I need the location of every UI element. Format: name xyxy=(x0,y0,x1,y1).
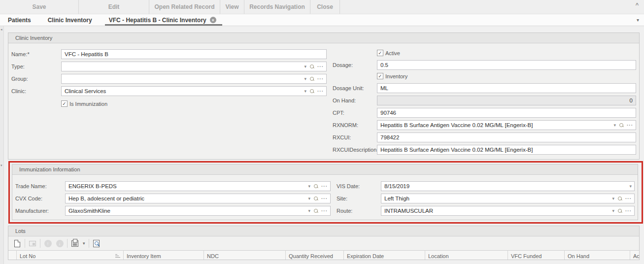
ellipsis-icon[interactable]: ··· xyxy=(321,196,328,201)
record-detail-panel: Clinic Inventory Name:* Type: ▾ xyxy=(4,26,644,264)
tab-overflow-icon[interactable]: ▾ xyxy=(637,17,639,23)
cpt-input[interactable] xyxy=(377,108,636,118)
trade-name-label: Trade Name: xyxy=(15,181,65,191)
route-combo-input[interactable] xyxy=(381,206,635,216)
dropdown-icon[interactable]: ▾ xyxy=(308,209,310,213)
name-input[interactable] xyxy=(61,49,327,59)
cvx-code-label: CVX Code: xyxy=(15,194,65,203)
ellipsis-icon[interactable]: ··· xyxy=(317,76,324,82)
tab-patients[interactable]: Patients xyxy=(7,14,32,26)
export-dropdown-icon[interactable]: ▾ xyxy=(81,241,87,246)
move-down-button: ↓ xyxy=(54,238,66,249)
lookup-icon[interactable] xyxy=(314,184,318,188)
tab-label: Clinic Inventory xyxy=(48,17,92,24)
lookup-icon[interactable] xyxy=(618,209,622,213)
ellipsis-icon[interactable]: ··· xyxy=(625,208,632,214)
clinic-combo-input[interactable] xyxy=(61,86,327,96)
toolbar-separator xyxy=(67,239,68,248)
view-button[interactable]: View xyxy=(220,0,244,14)
close-button[interactable]: Close xyxy=(310,0,340,14)
open-lot-button xyxy=(27,238,38,249)
type-label: Type: xyxy=(11,62,61,71)
dropdown-icon[interactable]: ▾ xyxy=(308,184,310,189)
dropdown-icon[interactable]: ▾ xyxy=(612,209,614,213)
dosage-label: Dosage: xyxy=(333,60,377,70)
column-header-inventory-item[interactable]: Inventory Item xyxy=(124,251,204,260)
column-header-active[interactable]: Ac... xyxy=(630,251,639,260)
dosage-unit-label: Dosage Unit: xyxy=(333,83,377,93)
dropdown-icon[interactable]: ▾ xyxy=(304,65,306,69)
ellipsis-icon[interactable]: ··· xyxy=(317,64,324,69)
open-record-icon xyxy=(29,241,36,246)
ellipsis-icon[interactable]: ··· xyxy=(627,123,633,128)
vis-date-input[interactable] xyxy=(381,181,635,191)
manufacturer-combo-input[interactable] xyxy=(65,206,331,216)
type-combo-input[interactable] xyxy=(61,62,327,71)
close-tab-icon[interactable]: x xyxy=(210,17,216,23)
rxcuidescription-input[interactable] xyxy=(377,145,636,155)
is-immunization-checkbox[interactable]: ✓ xyxy=(61,100,68,107)
manufacturer-label: Manufacturer: xyxy=(15,206,65,216)
lookup-icon[interactable] xyxy=(310,77,314,81)
on-hand-label: On Hand: xyxy=(333,96,377,105)
dropdown-icon[interactable]: ▾ xyxy=(308,197,310,201)
dropdown-icon[interactable]: ▾ xyxy=(304,77,306,81)
tab-vfc-hepatitis-b-clinic-inventory[interactable]: VFC - Hepatitis B - Clinic Inventory x xyxy=(108,14,217,26)
new-document-icon xyxy=(14,240,20,247)
lookup-icon[interactable] xyxy=(619,123,623,127)
preview-button[interactable] xyxy=(91,238,102,249)
column-header-on-hand[interactable]: On Hand xyxy=(565,251,630,260)
dropdown-icon[interactable]: ▾ xyxy=(613,123,616,128)
lookup-icon[interactable] xyxy=(618,197,622,200)
rxnorm-combo-input[interactable] xyxy=(377,120,636,130)
lookup-icon[interactable] xyxy=(310,89,314,93)
splitter-collapse-icon[interactable]: ◂ xyxy=(0,28,3,32)
column-label: Lot No xyxy=(20,253,35,259)
group-combo-input[interactable] xyxy=(61,74,327,84)
splitter-handle-icon[interactable]: ▾ xyxy=(0,164,3,167)
rxnorm-label: RXNORM: xyxy=(333,120,377,130)
rxcui-input[interactable] xyxy=(377,132,636,142)
collapse-ribbon-icon[interactable]: ^ xyxy=(630,0,644,14)
lookup-icon[interactable] xyxy=(314,209,318,213)
open-related-record-button[interactable]: Open Related Record xyxy=(149,0,220,14)
column-header-lot-no[interactable]: Lot No xyxy=(17,251,124,260)
dosage-unit-input[interactable] xyxy=(377,83,636,93)
inventory-checkbox[interactable]: ✓ xyxy=(377,73,383,79)
preview-search-icon xyxy=(93,240,100,247)
ellipsis-icon[interactable]: ··· xyxy=(625,196,632,201)
export-icon xyxy=(71,240,78,247)
dropdown-icon[interactable]: ▾ xyxy=(304,89,306,94)
column-header-vfc-funded[interactable]: VFC Funded xyxy=(508,251,565,260)
export-button[interactable] xyxy=(69,238,81,249)
column-header-quantity-received[interactable]: Quantity Received xyxy=(286,251,344,260)
lookup-icon[interactable] xyxy=(314,197,318,200)
column-header-ndc[interactable]: NDC xyxy=(204,251,286,260)
cvx-code-combo-input[interactable] xyxy=(65,194,331,203)
ellipsis-icon[interactable]: ··· xyxy=(317,89,324,94)
tab-bar: Patients Clinic Inventory VFC - Hepatiti… xyxy=(0,14,644,26)
lookup-icon[interactable] xyxy=(310,65,314,68)
tab-clinic-inventory[interactable]: Clinic Inventory xyxy=(47,14,93,26)
dropdown-icon[interactable]: ▾ xyxy=(629,184,632,189)
records-navigation-button[interactable]: Records Navigation xyxy=(244,0,310,14)
toolbar-spacer xyxy=(340,0,630,14)
new-lot-button[interactable] xyxy=(11,238,23,249)
inventory-label: Inventory xyxy=(385,73,407,79)
edit-button[interactable]: Edit xyxy=(79,0,149,14)
dropdown-icon[interactable]: ▾ xyxy=(612,197,614,201)
ellipsis-icon[interactable]: ··· xyxy=(321,208,328,214)
site-combo-input[interactable] xyxy=(381,194,635,203)
lots-table-header: Lot No Inventory Item NDC Quantity Recei… xyxy=(8,250,639,260)
ribbon-toolbar: Save Edit Open Related Record View Recor… xyxy=(0,0,644,14)
left-splitter-strip[interactable]: ◂ ▾ xyxy=(0,26,4,264)
toolbar-separator xyxy=(89,239,89,248)
dosage-input[interactable] xyxy=(377,60,636,70)
rxcui-label: RXCUI: xyxy=(333,132,377,142)
save-button[interactable]: Save xyxy=(0,0,79,14)
column-header-location[interactable]: Location xyxy=(425,251,508,260)
ellipsis-icon[interactable]: ··· xyxy=(321,184,328,189)
column-header-expiration-date[interactable]: Expiration Date xyxy=(344,251,425,260)
active-checkbox[interactable]: ✓ xyxy=(377,50,383,56)
trade-name-combo-input[interactable] xyxy=(65,181,331,191)
